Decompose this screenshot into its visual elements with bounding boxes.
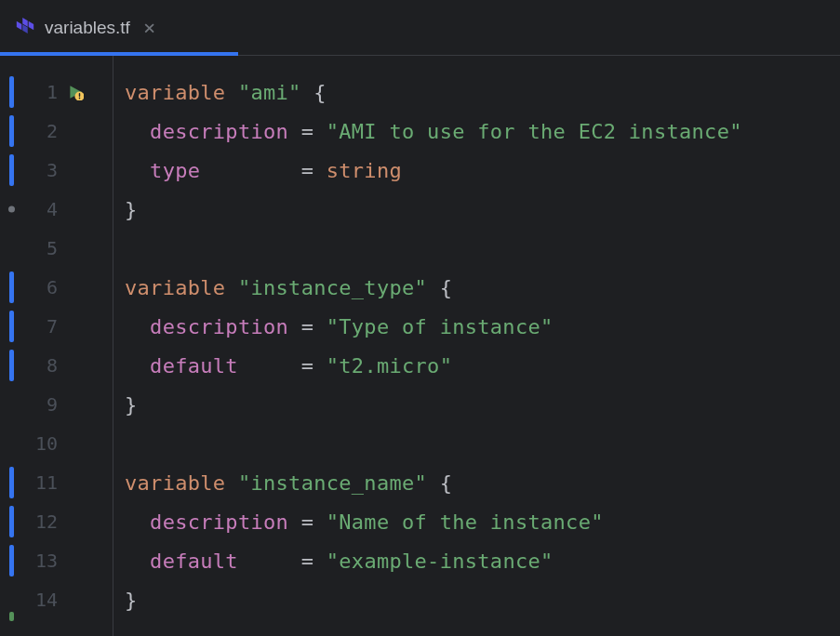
code-area[interactable]: variable "ami" { description = "AMI to u…: [113, 56, 840, 636]
change-marker: [9, 467, 14, 498]
property: default: [150, 354, 238, 378]
close-icon[interactable]: ×: [140, 16, 159, 40]
string: "Name of the instance": [327, 510, 604, 534]
change-marker: [9, 311, 14, 342]
tab-filename: variables.tf: [45, 18, 130, 38]
property: description: [150, 315, 288, 338]
gutter-line[interactable]: 3: [0, 151, 113, 190]
gutter-line[interactable]: 13: [0, 541, 113, 580]
change-marker: [9, 115, 14, 147]
change-marker-added: [9, 612, 14, 621]
gutter-line[interactable]: 5: [0, 229, 113, 268]
gutter-line[interactable]: 2: [0, 112, 113, 151]
line-number: 5: [4, 237, 58, 259]
code-line: [125, 229, 840, 268]
file-tab[interactable]: variables.tf ×: [0, 0, 174, 55]
type: string: [327, 159, 402, 182]
brace: {: [427, 276, 452, 299]
code-line: }: [125, 385, 840, 424]
property: description: [150, 510, 288, 534]
property: description: [150, 120, 288, 143]
brace: }: [125, 589, 138, 612]
brace: }: [125, 198, 138, 221]
string: "example-instance": [327, 550, 553, 573]
property: type: [150, 159, 200, 182]
change-marker: [9, 545, 14, 576]
line-number: 9: [4, 393, 58, 416]
gutter-line[interactable]: 11: [0, 463, 113, 502]
editor: 1 2 3 4 5 6: [0, 56, 840, 636]
code-line: [125, 424, 840, 463]
string: "instance_name": [238, 471, 427, 495]
gutter-line[interactable]: 14: [0, 580, 113, 619]
line-number: 14: [4, 589, 58, 611]
brace: {: [427, 471, 452, 495]
terraform-icon: [15, 18, 35, 38]
string: "AMI to use for the EC2 instance": [327, 120, 742, 143]
code-line: description = "Type of instance": [125, 307, 840, 346]
string: "instance_type": [238, 276, 427, 299]
gutter-line[interactable]: 7: [0, 307, 113, 346]
gutter-line[interactable]: 6: [0, 268, 113, 307]
brace: {: [301, 81, 327, 104]
gutter-line[interactable]: 8: [0, 346, 113, 385]
gutter-line[interactable]: 9: [0, 385, 113, 424]
breakpoint-dot[interactable]: [8, 206, 15, 213]
gutter: 1 2 3 4 5 6: [0, 56, 113, 636]
code-line: }: [125, 580, 840, 619]
code-line: variable "instance_type" {: [125, 268, 840, 307]
string: "Type of instance": [327, 315, 553, 338]
keyword: variable: [125, 471, 225, 495]
brace: }: [125, 393, 138, 417]
code-line: default = "t2.micro": [125, 346, 840, 385]
gutter-line[interactable]: 4: [0, 190, 113, 229]
gutter-line[interactable]: 10: [0, 424, 113, 463]
change-marker: [9, 154, 14, 186]
code-line: variable "instance_name" {: [125, 463, 840, 502]
change-marker: [9, 272, 14, 303]
keyword: variable: [125, 276, 225, 299]
code-line: variable "ami" {: [125, 73, 840, 112]
gutter-line[interactable]: 12: [0, 502, 113, 541]
run-icon[interactable]: [67, 84, 84, 100]
gutter-line[interactable]: 1: [0, 73, 113, 112]
code-line: type = string: [125, 151, 840, 190]
keyword: variable: [125, 81, 225, 104]
string: "ami": [238, 81, 301, 104]
code-line: description = "AMI to use for the EC2 in…: [125, 112, 840, 151]
tab-bar: variables.tf ×: [0, 0, 840, 56]
code-line: default = "example-instance": [125, 541, 840, 580]
code-line: description = "Name of the instance": [125, 502, 840, 541]
change-marker: [9, 350, 14, 381]
change-marker: [9, 506, 14, 537]
string: "t2.micro": [327, 354, 452, 378]
change-marker: [9, 76, 14, 108]
code-line: }: [125, 190, 840, 229]
property: default: [150, 550, 238, 573]
line-number: 10: [4, 432, 58, 455]
